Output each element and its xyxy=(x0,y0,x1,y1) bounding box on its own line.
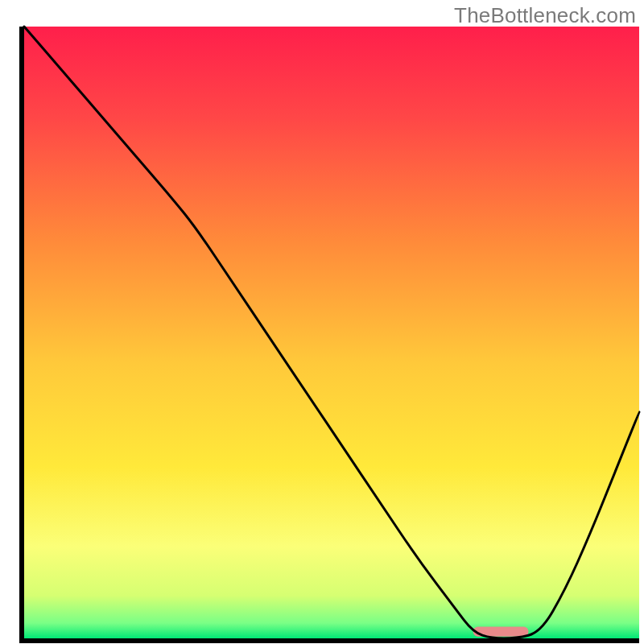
bottleneck-chart: TheBottleneck.com xyxy=(0,0,644,644)
plot-background xyxy=(24,27,639,638)
chart-canvas xyxy=(0,0,644,644)
